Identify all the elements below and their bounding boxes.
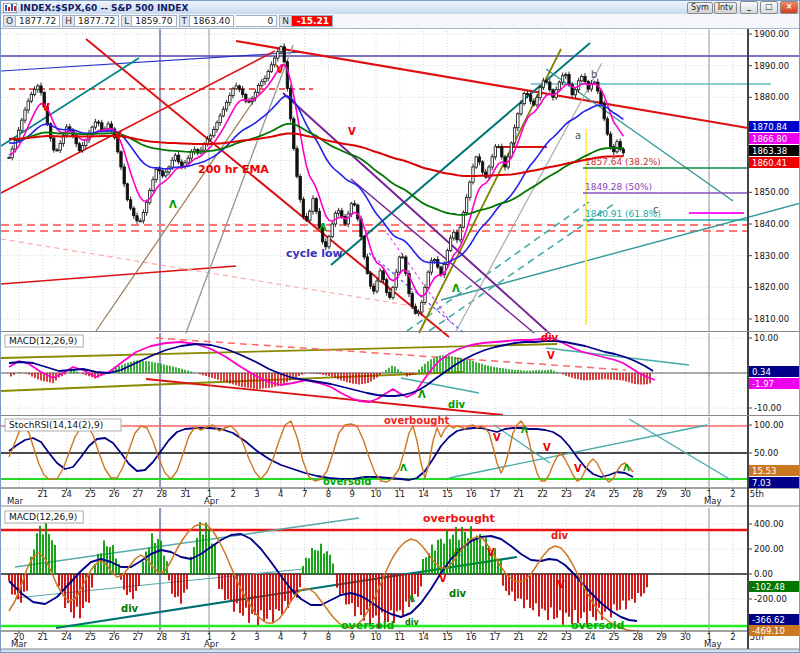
annotation-text: Λ <box>521 425 528 435</box>
fib-level-label: 1849.28 (50%) <box>585 182 652 192</box>
panel-label-text: MACD(12,26,9) <box>9 512 77 522</box>
x-axis-tick-label: 14 <box>418 632 429 642</box>
price-tag-value: -1.97 <box>752 379 774 389</box>
quote-field-label: O <box>3 15 16 27</box>
x-axis-tick-label: 16 <box>466 489 477 499</box>
x-axis-month-label: Mar <box>7 496 24 506</box>
price-tag-value: 1863.38 <box>752 146 787 156</box>
annotation-text: div <box>405 618 419 627</box>
y-axis-tick-label: 100.00 <box>754 420 784 430</box>
price-tag-value: -102.48 <box>752 582 785 592</box>
minimize-button[interactable]: _ <box>740 1 758 14</box>
x-axis-tick-label: 24 <box>585 489 596 499</box>
net-change-value: -15.21 <box>292 15 333 27</box>
chart-background <box>1 28 800 653</box>
window-title: INDEX:$SPX,60 -- S&P 500 INDEX <box>20 3 188 13</box>
annotation-text: c <box>653 204 659 215</box>
price-tag: 1870.84 <box>749 121 799 132</box>
x-axis-tick-label: 21 <box>37 632 48 642</box>
quote-cell: N-15.21 <box>279 15 333 27</box>
y-axis-tick-label: 1880.00 <box>754 92 789 102</box>
annotation-text: V <box>547 350 555 361</box>
x-axis-tick-label: 30 <box>680 489 691 499</box>
annotation-text: V <box>487 547 495 558</box>
annotation-text: div <box>541 332 559 343</box>
price-tag: -102.48 <box>749 581 799 592</box>
price-tag-value: 1870.84 <box>752 122 787 132</box>
x-axis-tick-label: 16 <box>466 632 477 642</box>
indicator-panel-label: MACD(12,26,9) <box>5 511 83 523</box>
x-axis-tick-label: 28 <box>632 632 643 642</box>
price-tag-value: -469.10 <box>752 626 785 636</box>
chart-canvas[interactable]: 1857.64 (38.2%)1849.28 (50%)1840.91 (61.… <box>1 1 800 653</box>
x-axis-tick-label: 8 <box>326 489 331 499</box>
quote-field-value: 1863.40 <box>190 15 234 27</box>
y-axis-tick-label: 1900.00 <box>754 29 789 39</box>
annotation-text: V <box>439 573 447 584</box>
x-axis-tick-label: 2 <box>730 632 735 642</box>
symbol-button[interactable]: Sym <box>687 2 713 14</box>
x-axis-tick-label: 2 <box>230 489 235 499</box>
x-axis-tick-label: 26 <box>109 632 120 642</box>
x-axis-tick-label: 10 <box>371 489 382 499</box>
price-tag-value: 0.34 <box>752 367 771 377</box>
quote-field-label: T <box>179 15 191 27</box>
price-tag-value: 1860.41 <box>752 158 787 168</box>
y-axis-tick-label: -10.00 <box>754 403 781 413</box>
annotation-text: overbought <box>384 415 450 426</box>
x-axis-tick-label: 26 <box>109 489 120 499</box>
x-axis-tick-label: 11 <box>394 489 405 499</box>
x-axis-tick-label: 14 <box>418 489 429 499</box>
x-axis-tick-label: 27 <box>133 632 144 642</box>
y-axis-tick-label: 1830.00 <box>754 251 789 261</box>
interval-button[interactable]: Intv <box>714 2 737 14</box>
annotation-text: div <box>448 399 466 410</box>
x-axis-tick-label: 25 <box>85 632 96 642</box>
quote-field-value: 0 <box>236 15 277 27</box>
x-axis-tick-label: 25 <box>609 489 620 499</box>
x-axis-tick-label: 21 <box>37 489 48 499</box>
x-axis-tick-label: 24 <box>61 489 72 499</box>
price-tag-value: -366.62 <box>752 615 785 625</box>
annotation-text: b <box>591 69 597 80</box>
x-axis-tick-label: 25 <box>609 632 620 642</box>
indicator-panel-label: MACD(12,26,9) <box>5 335 83 347</box>
annotation-text: Λ <box>319 222 327 233</box>
price-tag: 1866.80 <box>749 133 799 144</box>
x-axis-tick-label: 9 <box>349 489 354 499</box>
quote-field-value: 1859.70 <box>132 15 176 27</box>
y-axis-tick-label: 200.00 <box>754 544 784 554</box>
x-axis-tick-label: 22 <box>537 632 548 642</box>
quote-bar: O1877.72H1877.72L1859.70T1863.400N-15.21 <box>1 14 800 29</box>
x-axis-tick-label: 29 <box>656 632 667 642</box>
x-axis-tick-label: 17 <box>490 489 501 499</box>
x-axis-tick-label: 4 <box>278 632 283 642</box>
quote-cell: L1859.70 <box>121 15 176 27</box>
x-axis-tick-label: 25 <box>85 489 96 499</box>
panel-label-text: MACD(12,26,9) <box>9 336 77 346</box>
annotation-text: V <box>543 442 551 453</box>
annotation-text: a <box>575 130 581 141</box>
x-axis-tick-label: 29 <box>656 489 667 499</box>
x-axis-month-label: Apr <box>204 496 219 506</box>
x-axis-tick-label: 22 <box>537 489 548 499</box>
close-button[interactable]: × <box>780 1 798 14</box>
annotation-text: 200 hr EMA <box>198 163 269 176</box>
price-tag: 1863.38 <box>749 145 799 156</box>
x-axis-tick-label: 11 <box>394 632 405 642</box>
annotation-text: Λ <box>400 463 407 473</box>
price-tag: 15.53 <box>749 465 799 476</box>
y-axis-tick-label: 1840.00 <box>754 219 789 229</box>
x-axis-tick-label: 10 <box>371 632 382 642</box>
price-tag: -469.10 <box>749 625 799 636</box>
maximize-button[interactable]: □ <box>760 1 778 14</box>
x-axis-tick-label: 28 <box>632 489 643 499</box>
annotation-text: Λ <box>418 389 426 400</box>
quote-cell: O1877.72 <box>3 15 60 27</box>
window-bottom-strip <box>1 649 800 653</box>
x-axis-tick-label: 23 <box>561 489 572 499</box>
x-axis-tick-label: 3 <box>254 632 259 642</box>
x-axis-tick-label: 31 <box>180 489 191 499</box>
annotation-text: div <box>121 603 139 614</box>
annotation-text: V <box>557 579 565 590</box>
